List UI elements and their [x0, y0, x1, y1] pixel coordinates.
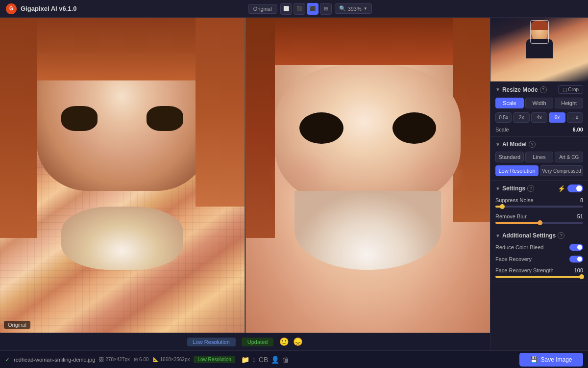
face-recovery-label: Face Recovery	[495, 256, 532, 262]
resize-tabs: Scale Width Height	[495, 98, 583, 108]
resize-chevron-icon: ▼	[495, 87, 500, 92]
feedback-icons: 🙂 😞	[279, 337, 303, 346]
left-image-canvas	[0, 18, 245, 333]
scale-4x[interactable]: 4x	[531, 112, 547, 123]
thumbnail-image	[490, 18, 588, 81]
folder-icon[interactable]: 📁	[241, 356, 249, 364]
status-bar: ✓ redhead-woman-smiling-demo.jpg 🖼 278×4…	[0, 350, 588, 368]
save-image-button[interactable]: 💾 Save Image	[519, 353, 583, 367]
settings-toggle[interactable]	[567, 184, 583, 192]
scale-value-row: Scale 6.00	[495, 127, 583, 132]
additional-settings-header: ▼ Additional Settings ?	[495, 232, 583, 239]
scale-options: 0.5x 2x 4x 6x ...x	[495, 112, 583, 123]
thumbs-down-icon[interactable]: 😞	[293, 337, 303, 346]
view-split-h-btn[interactable]: ⬛	[294, 3, 305, 15]
thumbnail-area	[490, 18, 588, 81]
zoom-value: 393%	[348, 6, 362, 12]
scale-tab[interactable]: Scale	[495, 98, 524, 108]
ai-model-section: ▼ AI Model ? Standard Lines Art & CG Low…	[490, 137, 588, 181]
additional-chevron: ▼	[495, 233, 500, 238]
scale-stat-value: 6.00	[139, 357, 148, 362]
suppress-noise-control: Suppress Noise 8	[495, 197, 583, 208]
suppress-noise-value: 8	[580, 197, 583, 203]
crop-button[interactable]: ⬚ Crop	[558, 85, 583, 94]
source-size-value: 278×427px	[105, 357, 130, 362]
resize-help-icon[interactable]: ?	[540, 86, 547, 93]
face-recovery-strength-value: 100	[574, 267, 583, 273]
face-recovery-toggle[interactable]	[569, 256, 583, 263]
zoom-icon: 🔍	[339, 5, 346, 12]
very-compressed-model-btn[interactable]: Very Compressed	[540, 165, 583, 176]
resize-mode-section: ▼ Resize Mode ? ⬚ Crop Scale Width Heigh…	[490, 81, 588, 137]
height-tab[interactable]: Height	[555, 98, 583, 108]
resize-mode-title-row: ▼ Resize Mode ?	[495, 86, 547, 93]
app-title: Gigapixel AI v6.1.0	[21, 5, 76, 12]
view-quad-btn[interactable]: ⊞	[320, 3, 332, 15]
settings-title-row: ▼ Settings ?	[495, 185, 534, 192]
view-single-btn[interactable]: ⬜	[280, 3, 292, 15]
ai-model-title: AI Model	[502, 141, 527, 148]
suppress-noise-track[interactable]	[495, 206, 583, 208]
suppress-noise-thumb[interactable]	[500, 204, 505, 209]
model-tabs-row2: Low Resolution Very Compressed	[495, 165, 583, 176]
scale-6x[interactable]: 6x	[549, 112, 565, 123]
art-cg-model-btn[interactable]: Art & CG	[555, 152, 583, 162]
face-recovery-strength-thumb[interactable]	[579, 274, 584, 279]
image-bottom-bar: Low Resolution Updated 🙂 😞	[0, 333, 490, 350]
view-split-v-btn[interactable]: ⬛	[307, 3, 318, 15]
source-size-stat: 🖼 278×427px	[99, 357, 130, 362]
save-label: Save Image	[540, 356, 572, 363]
scale-2x[interactable]: 2x	[513, 112, 529, 123]
face-recovery-row: Face Recovery	[495, 256, 583, 263]
settings-lightning-toggle: ⚡	[558, 184, 583, 192]
reduce-color-bleed-label: Reduce Color Bleed	[495, 244, 543, 250]
remove-blur-label: Remove Blur	[495, 213, 527, 219]
standard-model-btn[interactable]: Standard	[495, 152, 524, 162]
settings-help-icon[interactable]: ?	[527, 185, 534, 192]
settings-chevron: ▼	[495, 186, 500, 191]
scale-custom[interactable]: ...x	[567, 112, 583, 123]
width-tab[interactable]: Width	[525, 98, 554, 108]
status-icons: 📁 ↕ CB 👤 🗑	[241, 356, 289, 364]
zoom-chevron: ▼	[364, 6, 368, 11]
view-buttons-group: ⬜ ⬛ ⬛ ⊞	[280, 3, 332, 15]
output-size-value: 1668×2562px	[160, 357, 190, 362]
model-tabs-row1: Standard Lines Art & CG	[495, 152, 583, 162]
resize-mode-header: ▼ Resize Mode ? ⬚ Crop	[495, 85, 583, 94]
compare-icon[interactable]: CB	[259, 356, 268, 364]
lines-model-btn[interactable]: Lines	[525, 152, 554, 162]
share-icon[interactable]: ↕	[252, 356, 256, 364]
right-image-panel[interactable]	[246, 18, 490, 333]
reduce-color-bleed-toggle[interactable]	[569, 244, 583, 251]
person-icon[interactable]: 👤	[271, 356, 279, 364]
original-view-btn[interactable]: Original	[248, 4, 277, 14]
remove-blur-thumb[interactable]	[538, 220, 542, 225]
file-check-icon: ✓	[5, 356, 10, 363]
scale-0-5x[interactable]: 0.5x	[495, 112, 512, 123]
face-recovery-strength-control: Face Recovery Strength 100	[495, 267, 583, 278]
face-recovery-strength-track[interactable]	[495, 276, 583, 278]
low-res-model-btn[interactable]: Low Resolution	[495, 165, 539, 176]
ai-model-help-icon[interactable]: ?	[529, 141, 536, 148]
ai-model-chevron: ▼	[495, 142, 500, 147]
remove-blur-control: Remove Blur 51	[495, 213, 583, 224]
left-image-panel[interactable]: Original	[0, 18, 245, 333]
save-icon: 💾	[530, 356, 538, 363]
thumbs-up-icon[interactable]: 🙂	[279, 337, 289, 346]
scale-stat-icon: ⊞	[134, 357, 138, 362]
additional-settings-title: Additional Settings	[502, 232, 556, 239]
trash-icon[interactable]: 🗑	[282, 356, 289, 364]
additional-help-icon[interactable]: ?	[558, 232, 564, 239]
header-left: G Gigapixel AI v6.1.0	[6, 3, 76, 14]
output-size-stat: 📐 1668×2562px	[153, 357, 190, 362]
reduce-color-bleed-row: Reduce Color Bleed	[495, 244, 583, 251]
settings-title: Settings	[502, 185, 525, 192]
remove-blur-track[interactable]	[495, 222, 583, 224]
header: G Gigapixel AI v6.1.0 Original ⬜ ⬛ ⬛ ⊞ 🔍…	[0, 0, 588, 18]
face-recovery-strength-fill	[495, 276, 583, 278]
ai-model-header: ▼ AI Model ?	[495, 141, 583, 148]
resize-mode-title: Resize Mode	[502, 86, 538, 93]
main-area: Original	[0, 18, 588, 350]
scale-value-display: 6.00	[573, 127, 583, 132]
suppress-noise-label: Suppress Noise	[495, 197, 534, 203]
